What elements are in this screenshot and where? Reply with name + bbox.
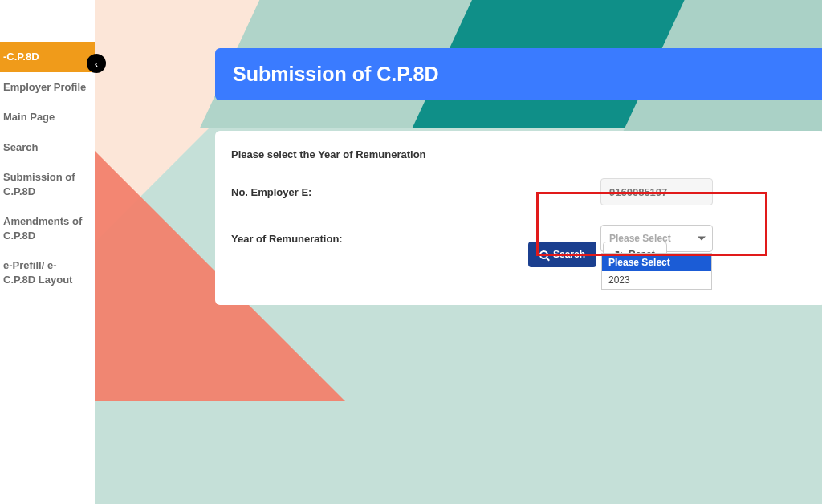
sidebar: ‹ -C.P.8D Employer Profile Main Page Sea… [0, 0, 95, 504]
sidebar-item-label: Amendments of C.P.8D [3, 215, 82, 242]
sidebar-item-label: Main Page [3, 111, 55, 123]
search-button[interactable]: Search [528, 242, 596, 267]
search-button-label: Search [553, 249, 585, 260]
sidebar-item-eprefill[interactable]: e-Prefill/ e-C.P.8D Layout [0, 250, 95, 295]
main-content: Submission of C.P.8D Please select the Y… [95, 0, 822, 504]
sidebar-item-label: Search [3, 141, 38, 153]
row-year: Year of Remuneration: Please Select Plea… [231, 225, 809, 252]
sidebar-item-search[interactable]: Search [0, 132, 95, 163]
year-option-2023[interactable]: 2023 [602, 271, 711, 289]
search-icon [539, 250, 548, 259]
employer-number-field: 9160085107 [600, 178, 713, 205]
year-dropdown: Please Select 2023 [601, 253, 712, 290]
sidebar-item-label: -C.P.8D [3, 51, 39, 63]
row-employer: No. Employer E: 9160085107 [231, 178, 809, 205]
sidebar-item-cp8d[interactable]: -C.P.8D [0, 42, 95, 72]
form-instruction: Please select the Year of Remuneration [231, 148, 809, 161]
sidebar-item-label: e-Prefill/ e-C.P.8D Layout [3, 259, 72, 286]
sidebar-item-label: Employer Profile [3, 81, 86, 93]
employer-label: No. Employer E: [231, 186, 376, 198]
sidebar-collapse-button[interactable]: ‹ [87, 54, 106, 73]
year-label: Year of Remuneration: [231, 233, 376, 245]
sidebar-item-main-page[interactable]: Main Page [0, 102, 95, 132]
sidebar-item-amendments[interactable]: Amendments of C.P.8D [0, 206, 95, 250]
chevron-left-icon: ‹ [95, 58, 98, 70]
sidebar-item-submission[interactable]: Submission of C.P.8D [0, 162, 95, 206]
sidebar-item-label: Submission of C.P.8D [3, 171, 75, 197]
year-option-placeholder[interactable]: Please Select [602, 254, 711, 271]
form-card: Please select the Year of Remuneration N… [215, 131, 822, 305]
page-title: Submission of C.P.8D [215, 48, 822, 100]
chevron-down-icon [698, 237, 706, 241]
sidebar-item-employer-profile[interactable]: Employer Profile [0, 72, 95, 103]
